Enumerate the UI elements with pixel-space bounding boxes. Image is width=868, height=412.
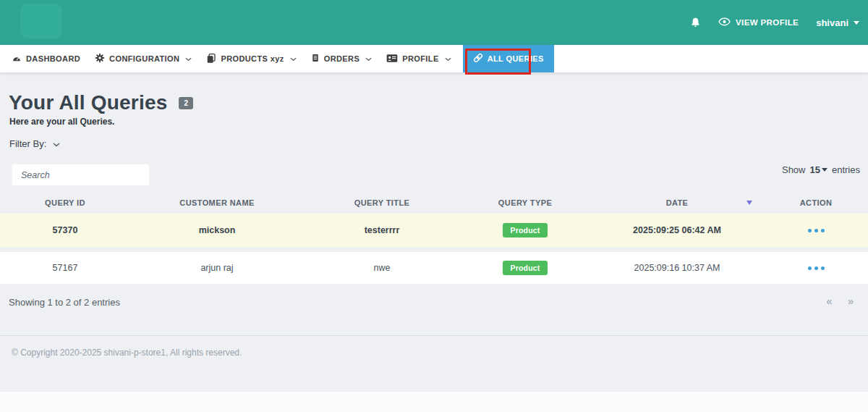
- table-row: 57370 mickson testerrrr Product 2025:09:…: [0, 214, 868, 247]
- tachometer-icon: [12, 54, 22, 64]
- notification-bell-icon[interactable]: [690, 17, 701, 28]
- show-entries-control: Show 15 entries: [782, 164, 860, 175]
- customer-name-cell: arjun raj: [130, 263, 304, 273]
- header-actions: VIEW PROFILE shivani: [690, 0, 859, 45]
- column-header-date[interactable]: DATE: [590, 198, 764, 207]
- nav-label: CONFIGURATION: [109, 54, 179, 63]
- query-type-cell: Product: [460, 223, 590, 237]
- date-cell: 2025:09:16 10:37 AM: [590, 263, 764, 273]
- action-menu-button[interactable]: [805, 224, 827, 237]
- nav-label: ALL QUERIES: [488, 54, 544, 63]
- nav-label: PROFILE: [402, 54, 438, 63]
- chevron-down-icon: [290, 54, 297, 63]
- query-title-cell: testerrrr: [304, 225, 460, 235]
- link-icon: [473, 53, 483, 64]
- action-menu-button[interactable]: [805, 262, 827, 274]
- main-nav: DASHBOARD CONFIGURATION: [0, 45, 868, 72]
- view-profile-label: VIEW PROFILE: [736, 18, 799, 27]
- nav-item-products[interactable]: PRODUCTS xyz: [199, 45, 303, 72]
- eye-icon: [718, 17, 731, 28]
- copy-icon: [206, 53, 216, 65]
- orders-icon: [311, 53, 320, 64]
- filter-by-dropdown[interactable]: Filter By:: [9, 138, 60, 149]
- filter-by-label: Filter By:: [9, 138, 46, 149]
- column-header-customer-name[interactable]: CUSTOMER NAME: [130, 198, 304, 207]
- query-type-badge: Product: [503, 223, 547, 237]
- chevron-down-icon: [365, 54, 372, 63]
- query-id-cell: 57370: [0, 225, 130, 235]
- column-header-action[interactable]: ACTION: [764, 198, 868, 207]
- column-header-query-id[interactable]: QUERY ID: [0, 198, 130, 207]
- query-count-badge: 2: [179, 97, 193, 109]
- nav-item-all-queries[interactable]: ALL QUERIES: [463, 45, 554, 72]
- pagination-prev-button[interactable]: «: [826, 295, 832, 307]
- nav-item-configuration[interactable]: CONFIGURATION: [88, 45, 199, 72]
- view-profile-link[interactable]: VIEW PROFILE: [718, 17, 799, 28]
- footer-copyright: © Copyright 2020-2025 shivani-p-store1, …: [12, 348, 242, 358]
- action-cell: [764, 262, 868, 274]
- query-title-cell: nwe: [304, 263, 460, 273]
- pagination: « »: [826, 295, 854, 307]
- entries-label: entries: [832, 164, 860, 175]
- caret-down-icon: [854, 21, 859, 25]
- nav-item-profile[interactable]: PROFILE: [379, 45, 458, 72]
- chevron-down-icon: [185, 54, 192, 63]
- chevron-down-icon: [445, 54, 451, 63]
- id-card-icon: [386, 54, 398, 64]
- caret-down-icon: [822, 168, 827, 172]
- footer-divider: [0, 335, 868, 336]
- store-logo[interactable]: [20, 4, 62, 38]
- pagination-next-button[interactable]: »: [848, 295, 854, 307]
- customer-name-cell: mickson: [130, 225, 304, 235]
- page-title-text: Your All Queries: [9, 91, 167, 114]
- nav-label: DASHBOARD: [26, 54, 80, 63]
- column-header-query-title[interactable]: QUERY TITLE: [304, 198, 460, 207]
- query-type-badge: Product: [503, 261, 547, 275]
- action-cell: [764, 224, 868, 237]
- show-label: Show: [782, 164, 806, 175]
- query-type-cell: Product: [460, 261, 590, 275]
- nav-item-dashboard[interactable]: DASHBOARD: [4, 45, 88, 72]
- gear-icon: [95, 53, 105, 64]
- user-menu[interactable]: shivani: [816, 17, 859, 28]
- query-id-cell: 57167: [0, 263, 130, 273]
- table-row: 57167 arjun raj nwe Product 2025:09:16 1…: [0, 252, 868, 284]
- sort-desc-icon: [746, 201, 752, 205]
- entries-per-page-value: 15: [810, 164, 820, 175]
- bottom-strip: [0, 392, 868, 412]
- nav-item-orders[interactable]: ORDERS: [304, 45, 379, 72]
- top-header: VIEW PROFILE shivani: [0, 0, 868, 45]
- column-header-query-type[interactable]: QUERY TYPE: [460, 198, 590, 207]
- nav-label: PRODUCTS xyz: [221, 54, 284, 63]
- chevron-down-icon: [53, 138, 60, 149]
- date-header-label: DATE: [666, 198, 689, 207]
- date-cell: 2025:09:25 06:42 AM: [590, 225, 764, 235]
- page-title: Your All Queries2: [9, 91, 193, 114]
- table-header-row: QUERY ID CUSTOMER NAME QUERY TITLE QUERY…: [0, 192, 868, 214]
- username: shivani: [816, 17, 848, 28]
- table-summary: Showing 1 to 2 of 2 entries: [9, 297, 120, 308]
- entries-per-page-select[interactable]: 15: [810, 164, 827, 175]
- page-subtitle: Here are your all Queries.: [9, 117, 114, 127]
- search-input[interactable]: [12, 164, 150, 186]
- nav-label: ORDERS: [324, 54, 359, 63]
